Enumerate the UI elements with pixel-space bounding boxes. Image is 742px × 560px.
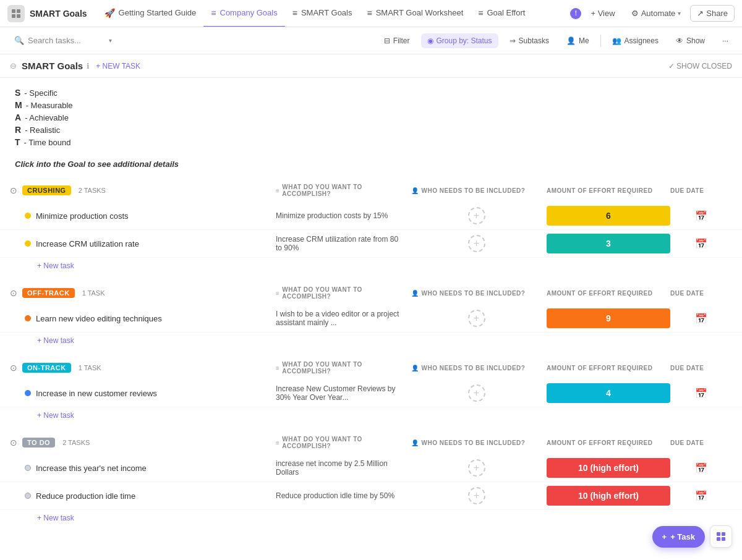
- group-toggle-off-track[interactable]: ⊙: [10, 288, 17, 298]
- eye-icon: 👁: [676, 36, 683, 45]
- col-effort-off-track: AMOUNT OF EFFORT REQUIRED: [547, 290, 670, 297]
- task-due[interactable]: 📅: [670, 313, 732, 325]
- search-box[interactable]: 🔍 Search tasks... ▾: [7, 32, 119, 49]
- add-task-row[interactable]: + New task: [0, 258, 742, 276]
- smart-row-m: M - Measurable: [15, 100, 727, 110]
- top-nav: SMART Goals 🚀 Getting Started Guide ≡ Co…: [0, 0, 742, 27]
- assign-avatar[interactable]: +: [468, 487, 485, 504]
- task-row: Increase CRM utilization rate Increase C…: [0, 230, 742, 258]
- tab-goal-effort[interactable]: ≡ Goal Effort: [471, 0, 532, 27]
- filter-button[interactable]: ⊟ Filter: [378, 33, 416, 48]
- add-assignee-icon: +: [474, 211, 479, 221]
- task-effort[interactable]: 10 (high effort): [547, 486, 670, 506]
- grid-view-button[interactable]: [710, 525, 732, 548]
- task-status-dot: [25, 390, 31, 396]
- task-name[interactable]: Reduce production idle time: [36, 491, 135, 501]
- desc-t: - Time bound: [24, 138, 71, 147]
- task-name[interactable]: Increase CRM utilization rate: [36, 239, 139, 248]
- calendar-icon: 📅: [695, 388, 707, 399]
- task-effort[interactable]: 9: [547, 308, 670, 328]
- task-effort[interactable]: 6: [547, 206, 670, 226]
- group-label-todo: ⊙ TO DO 2 TASKS: [10, 438, 276, 448]
- add-task-fab[interactable]: + + Task: [652, 526, 705, 548]
- task-who: +: [411, 384, 547, 402]
- who-icon-crushing: 👤: [411, 187, 419, 194]
- desc-a: - Achievable: [25, 113, 69, 122]
- me-button[interactable]: 👤 Me: [560, 33, 595, 48]
- chevron-down-icon: ▾: [678, 10, 681, 17]
- tab-smart-goal-worksheet[interactable]: ≡ SMART Goal Worksheet: [360, 0, 471, 27]
- task-name-area: Increase this year's net income: [10, 464, 276, 473]
- task-accomplish: increase net income by 2.5 Million Dolla…: [276, 459, 411, 477]
- toolbar-separator: [600, 35, 601, 47]
- section-collapse-icon[interactable]: ⊖: [10, 61, 17, 70]
- new-task-button[interactable]: + NEW TASK: [96, 62, 140, 70]
- group-toggle-on-track[interactable]: ⊙: [10, 363, 17, 373]
- assign-avatar[interactable]: +: [468, 235, 485, 252]
- assign-avatar[interactable]: +: [468, 384, 485, 402]
- nav-actions: ! + View ⚙ Automate ▾ ↗ Share: [570, 5, 735, 22]
- svg-rect-4: [717, 532, 720, 536]
- tab-company-goals[interactable]: ≡ Company Goals: [203, 0, 284, 27]
- assign-avatar[interactable]: +: [468, 459, 485, 477]
- smart-info: S - Specific M - Measurable A - Achievab…: [0, 78, 742, 179]
- notifications-icon[interactable]: !: [570, 8, 581, 19]
- assign-avatar[interactable]: +: [468, 207, 485, 224]
- assignees-button[interactable]: 👥 Assignees: [606, 33, 665, 48]
- effort-bar: 6: [547, 206, 670, 226]
- group-toggle-todo[interactable]: ⊙: [10, 438, 17, 448]
- accomplish-icon-crushing: ≡: [276, 187, 279, 194]
- task-effort[interactable]: 4: [547, 383, 670, 403]
- task-due[interactable]: 📅: [670, 238, 732, 250]
- task-due[interactable]: 📅: [670, 462, 732, 474]
- group-by-button[interactable]: ◉ Group by: Status: [421, 33, 498, 48]
- assign-avatar[interactable]: +: [468, 310, 485, 327]
- automate-button[interactable]: ⚙ Automate ▾: [625, 5, 688, 22]
- group-toggle-crushing[interactable]: ⊙: [10, 185, 17, 195]
- share-button[interactable]: ↗ Share: [690, 5, 735, 22]
- group-icon: ◉: [427, 36, 433, 45]
- group-header-off-track: ⊙ OFF-TRACK 1 TASK ≡ WHAT DO YOU WANT TO…: [0, 281, 742, 305]
- tab-getting-started[interactable]: 🚀 Getting Started Guide: [97, 0, 204, 27]
- task-name[interactable]: Increase this year's net income: [36, 464, 147, 473]
- view-button[interactable]: + View: [584, 5, 621, 22]
- effort-bar: 10 (high effort): [547, 486, 670, 506]
- getting-started-icon: 🚀: [104, 8, 115, 18]
- search-chevron-icon: ▾: [109, 37, 112, 44]
- smart-row-r: R - Realistic: [15, 125, 727, 135]
- group-count-crushing: 2 TASKS: [79, 187, 106, 194]
- task-status-dot: [25, 465, 31, 471]
- task-effort[interactable]: 3: [547, 234, 670, 253]
- col-due-on-track: DUE DATE: [670, 365, 732, 371]
- task-row: Reduce production idle time Reduce produ…: [0, 482, 742, 510]
- info-icon[interactable]: ℹ: [87, 62, 90, 70]
- more-button[interactable]: ···: [716, 33, 735, 48]
- task-due[interactable]: 📅: [670, 388, 732, 399]
- task-due[interactable]: 📅: [670, 210, 732, 222]
- fab-plus-icon: +: [662, 532, 667, 541]
- group-off-track: ⊙ OFF-TRACK 1 TASK ≡ WHAT DO YOU WANT TO…: [0, 281, 742, 351]
- col-who-on-track: 👤 WHO NEEDS TO BE INCLUDED?: [411, 365, 547, 371]
- add-task-row[interactable]: + New task: [0, 510, 742, 528]
- task-name-area: Reduce production idle time: [10, 491, 276, 501]
- task-name[interactable]: Learn new video editing techniques: [36, 314, 162, 323]
- show-closed-button[interactable]: ✓ SHOW CLOSED: [668, 62, 732, 70]
- task-who: +: [411, 487, 547, 504]
- task-name[interactable]: Increase in new customer reviews: [36, 389, 157, 398]
- task-due[interactable]: 📅: [670, 490, 732, 502]
- task-effort[interactable]: 10 (high effort): [547, 458, 670, 478]
- tab-smart-goals[interactable]: ≡ SMART Goals: [285, 0, 360, 27]
- svg-rect-7: [722, 537, 725, 541]
- add-task-row[interactable]: + New task: [0, 407, 742, 426]
- who-icon-off-track: 👤: [411, 290, 419, 297]
- subtasks-button[interactable]: ⇒ Subtasks: [503, 33, 555, 48]
- task-who: +: [411, 459, 547, 477]
- col-who-crushing: 👤 WHO NEEDS TO BE INCLUDED?: [411, 187, 547, 194]
- task-row: Increase this year's net income increase…: [0, 454, 742, 482]
- group-crushing: ⊙ CRUSHING 2 TASKS ≡ WHAT DO YOU WANT TO…: [0, 179, 742, 276]
- desc-s: - Specific: [24, 88, 57, 98]
- group-count-off-track: 1 TASK: [82, 289, 105, 297]
- task-name[interactable]: Minimize production costs: [36, 211, 129, 221]
- add-task-row[interactable]: + New task: [0, 333, 742, 351]
- show-button[interactable]: 👁 Show: [670, 33, 711, 48]
